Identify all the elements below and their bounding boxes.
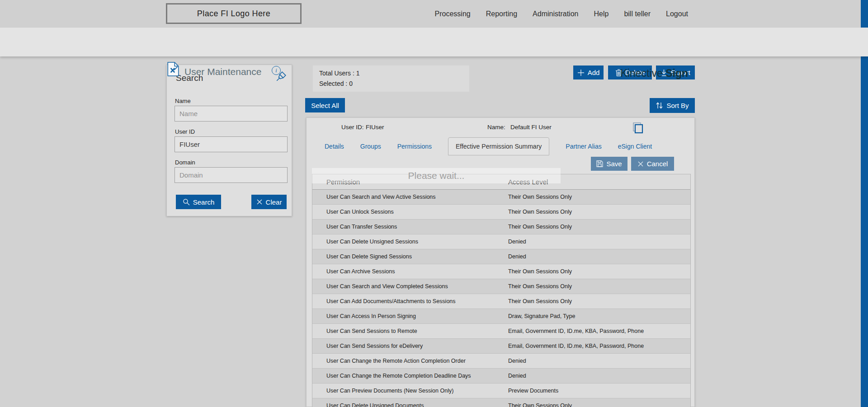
- table-row[interactable]: User Can Search and View Completed Sessi…: [312, 279, 690, 294]
- nav-item-help[interactable]: Help: [594, 10, 609, 18]
- clear-button[interactable]: Clear: [251, 195, 287, 209]
- vertical-scrollbar[interactable]: [861, 0, 868, 407]
- permission-cell: User Can Send Sessions to Remote: [326, 324, 417, 338]
- domain-input[interactable]: [175, 167, 288, 183]
- brand-logo: Kinective Sign: [620, 67, 688, 80]
- access-level-cell: Denied: [508, 369, 526, 383]
- permission-cell: User Can Archive Sessions: [326, 264, 395, 279]
- permission-cell: User Can Delete Signed Sessions: [326, 249, 412, 264]
- tab-esign-client[interactable]: eSign Client: [618, 143, 652, 150]
- add-button[interactable]: Add: [573, 65, 604, 80]
- tab-bar: DetailsGroupsPermissionsEffective Permis…: [325, 137, 652, 156]
- search-panel: Search Name User ID Domain Search Clear: [166, 65, 292, 216]
- tab-partner-alias[interactable]: Partner Alias: [566, 143, 601, 150]
- access-level-cell: Draw, Signature Pad, Type: [508, 309, 575, 323]
- nav-item-administration[interactable]: Administration: [533, 10, 578, 18]
- save-button[interactable]: Save: [591, 157, 627, 171]
- permission-cell: User Can Delete Unsigned Sessions: [326, 234, 418, 249]
- access-level-cell: Preview Documents: [508, 384, 558, 398]
- tab-details[interactable]: Details: [325, 143, 344, 150]
- select-all-label: Select All: [311, 102, 339, 109]
- search-button[interactable]: Search: [176, 195, 221, 209]
- save-button-label: Save: [606, 160, 622, 168]
- permission-cell: User Can Preview Documents (New Session …: [326, 384, 453, 398]
- please-wait-overlay: Please wait...: [312, 168, 561, 183]
- access-level-cell: Denied: [508, 249, 526, 264]
- table-row[interactable]: User Can Preview Documents (New Session …: [312, 384, 690, 398]
- nav-item-bill-teller[interactable]: bill teller: [624, 10, 651, 18]
- permission-cell: User Can Change the Remote Completion De…: [326, 369, 471, 383]
- name-input[interactable]: [175, 106, 288, 122]
- permission-cell: User Can Search and View Active Sessions: [326, 190, 436, 204]
- save-floppy-icon: [596, 160, 603, 167]
- table-row[interactable]: User Can Search and View Active Sessions…: [312, 190, 690, 205]
- tab-permissions[interactable]: Permissions: [397, 143, 432, 150]
- table-row[interactable]: User Can Access In Person SigningDraw, S…: [312, 309, 690, 324]
- card-name-label: Name:: [487, 124, 505, 131]
- cancel-button-label: Cancel: [647, 160, 668, 168]
- copy-icon[interactable]: [632, 122, 644, 134]
- cancel-x-icon: [637, 161, 644, 167]
- clear-button-label: Clear: [266, 198, 282, 206]
- user-id-input[interactable]: [175, 136, 288, 152]
- permission-cell: User Can Delete Unsigned Documents: [326, 398, 424, 407]
- brand-bold: Sign: [665, 67, 688, 79]
- sort-by-label: Sort By: [666, 102, 689, 109]
- permission-cell: User Can Search and View Completed Sessi…: [326, 279, 448, 294]
- selected-text: Selected : 0: [319, 80, 353, 87]
- select-all-button[interactable]: Select All: [305, 98, 345, 112]
- access-level-cell: Denied: [508, 234, 526, 249]
- card-name-value: Default FI User: [510, 124, 552, 131]
- domain-label: Domain: [175, 159, 195, 166]
- access-level-cell: Denied: [508, 354, 526, 368]
- table-row[interactable]: User Can Change the Remote Completion De…: [312, 369, 690, 384]
- permission-cell: User Can Add Documents/Attachments to Se…: [326, 294, 456, 309]
- header-band: User Maintenance i Kinective Sign: [0, 28, 868, 56]
- permissions-table: Permission Access Level User Can Search …: [312, 174, 691, 407]
- search-icon: [183, 198, 190, 206]
- permission-cell: User Can Transfer Sessions: [326, 220, 397, 234]
- tab-effective-permission-summary[interactable]: Effective Permission Summary: [448, 137, 549, 155]
- nav-item-logout[interactable]: Logout: [666, 10, 688, 18]
- access-level-cell: Their Own Sessions Only: [508, 398, 572, 407]
- access-level-cell: Email, Government ID, ID.me, KBA, Passwo…: [508, 339, 644, 353]
- table-row[interactable]: User Can Delete Signed SessionsDenied: [312, 249, 690, 264]
- clear-x-icon: [256, 199, 263, 205]
- access-level-cell: Their Own Sessions Only: [508, 279, 572, 294]
- permission-cell: User Can Access In Person Signing: [326, 309, 416, 323]
- table-row[interactable]: User Can Delete Unsigned DocumentsTheir …: [312, 398, 690, 407]
- add-button-label: Add: [588, 69, 600, 76]
- card-user-id-value: FIUser: [366, 124, 384, 131]
- table-row[interactable]: User Can Archive SessionsTheir Own Sessi…: [312, 264, 690, 279]
- cancel-button[interactable]: Cancel: [631, 157, 674, 171]
- permission-cell: User Can Send Sessions for eDelivery: [326, 339, 423, 353]
- table-row[interactable]: User Can Send Sessions to RemoteEmail, G…: [312, 324, 690, 339]
- access-level-cell: Their Own Sessions Only: [508, 190, 572, 204]
- nav-item-processing[interactable]: Processing: [435, 10, 471, 18]
- tab-groups[interactable]: Groups: [360, 143, 381, 150]
- plus-icon: [577, 69, 585, 76]
- table-row[interactable]: User Can Delete Unsigned SessionsDenied: [312, 234, 690, 249]
- save-cancel-group: Save Cancel: [591, 157, 674, 171]
- search-button-label: Search: [193, 198, 215, 206]
- table-row[interactable]: User Can Transfer SessionsTheir Own Sess…: [312, 220, 690, 234]
- top-nav-items: ProcessingReportingAdministrationHelpbil…: [435, 0, 688, 28]
- info-icon[interactable]: i: [272, 66, 281, 75]
- fi-logo-placeholder: Place FI Logo Here: [166, 3, 302, 24]
- sort-arrows-icon: [656, 102, 663, 109]
- total-users-text: Total Users : 1: [319, 70, 359, 77]
- table-row[interactable]: User Can Change the Remote Action Comple…: [312, 354, 690, 369]
- table-row[interactable]: User Can Add Documents/Attachments to Se…: [312, 294, 690, 309]
- brand-regular: Kinective: [620, 67, 662, 79]
- card-user-id-label: User ID:: [341, 124, 364, 131]
- access-level-cell: Their Own Sessions Only: [508, 294, 572, 309]
- access-level-cell: Their Own Sessions Only: [508, 220, 572, 234]
- nav-item-reporting[interactable]: Reporting: [486, 10, 517, 18]
- table-row[interactable]: User Can Send Sessions for eDeliveryEmai…: [312, 339, 690, 354]
- access-level-cell: Email, Government ID, ID.me, KBA, Passwo…: [508, 324, 644, 338]
- permission-cell: User Can Unlock Sessions: [326, 205, 394, 219]
- table-body: User Can Search and View Active Sessions…: [312, 190, 690, 407]
- users-summary-box: Total Users : 1 Selected : 0: [313, 65, 469, 92]
- sort-by-button[interactable]: Sort By: [650, 98, 695, 113]
- table-row[interactable]: User Can Unlock SessionsTheir Own Sessio…: [312, 205, 690, 220]
